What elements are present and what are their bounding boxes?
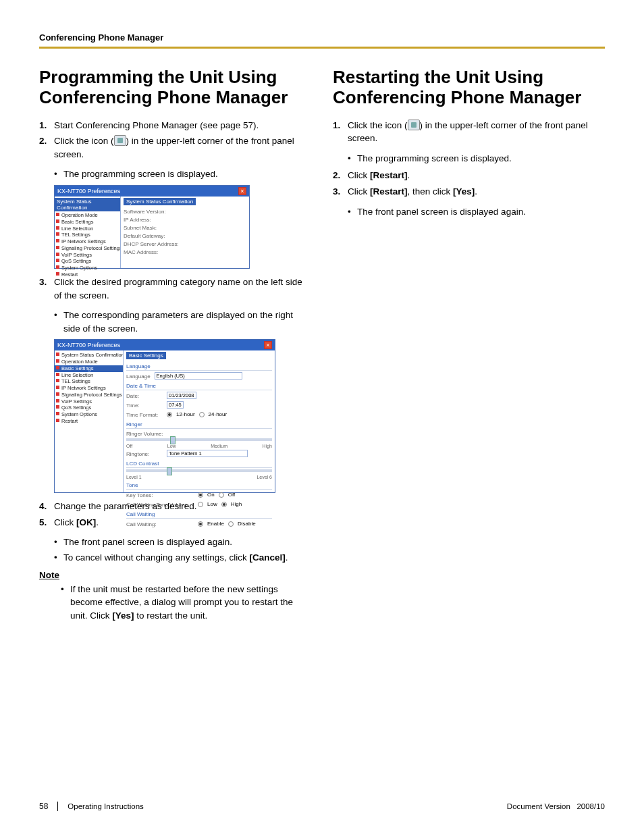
scale-label: High — [263, 444, 272, 448]
r-step-3: Click [Restart], then click [Yes]. — [348, 185, 605, 199]
yes-label: [Yes] — [112, 610, 134, 621]
step-2-pre: Click the icon ( — [54, 136, 114, 146]
radio-24hour — [199, 412, 205, 417]
tree-item: TEL Settings — [55, 232, 120, 238]
ok-label: [OK] — [76, 517, 96, 527]
restart-label: [Restart] — [370, 170, 408, 180]
label: Language — [126, 373, 151, 380]
shot1-label: MAC Address: — [124, 249, 246, 255]
shot2-title: KX-NT700 Preferences — [57, 342, 120, 348]
tree-item-selected: Basic Settings — [55, 365, 123, 372]
section-title-programming: Programming the Unit Using Conferencing … — [39, 68, 311, 108]
shot2-right-header: Basic Settings — [126, 352, 166, 359]
step-5: Click [OK]. — [54, 516, 311, 529]
ringer-volume-slider — [126, 438, 272, 441]
yes-label: [Yes] — [453, 186, 475, 197]
r-step-1: Click the icon () in the upper-left corn… — [348, 119, 605, 145]
close-icon: × — [238, 187, 246, 195]
group-language: Language — [126, 363, 272, 371]
radio-on — [198, 492, 203, 498]
tree-item: Restart — [55, 418, 123, 425]
screenshot-preferences-basic: KX-NT700 Preferences × System Status Con… — [54, 339, 275, 493]
tree-item: IP Network Settings — [55, 238, 120, 245]
tree-item: VoIP Settings — [55, 398, 123, 405]
tree-item: System Options — [55, 411, 123, 418]
label: On — [207, 492, 215, 498]
footer-divider — [57, 802, 58, 811]
restart-label: [Restart] — [370, 186, 408, 197]
label: Ringtone: — [126, 451, 163, 457]
shot1-label: Default Gateway: — [124, 233, 246, 239]
tree-item: VoIP Settings — [55, 252, 120, 259]
lcd-contrast-slider — [126, 469, 272, 472]
shot1-right-header: System Status Confirmation — [124, 198, 196, 205]
cancel-label: [Cancel] — [249, 552, 285, 563]
shot1-label: Subnet Mask: — [124, 225, 246, 231]
label: 12-hour — [176, 411, 195, 417]
label: Date: — [126, 393, 163, 399]
group-ringer: Ringer — [126, 421, 272, 429]
time-field: 07:45 — [167, 401, 184, 409]
group-lcd: LCD Contrast — [126, 461, 272, 468]
preferences-icon — [408, 120, 420, 130]
scale-label: Level 6 — [257, 475, 272, 479]
tree-item: Line Selection — [55, 372, 123, 379]
shot1-label: DHCP Server Address: — [124, 241, 246, 247]
tree-item: Signaling Protocol Settings — [55, 245, 120, 252]
text: to restart the unit. — [134, 610, 208, 621]
text: Click — [54, 517, 76, 527]
tree-item: System Status Confirmation — [55, 352, 123, 359]
text: Click the icon ( — [348, 120, 408, 130]
tree-item: System Options — [55, 265, 120, 271]
text: Click — [348, 170, 370, 180]
shot1-title: KX-NT700 Preferences — [57, 188, 120, 194]
shot1-label: IP Address: — [124, 217, 246, 223]
label: Ringer Volume: — [126, 431, 272, 437]
tree-item: QoS Settings — [55, 405, 123, 411]
text: . — [286, 552, 288, 563]
language-select: English (US) — [155, 372, 242, 380]
page-footer: 58 Operating Instructions Document Versi… — [39, 802, 605, 811]
preferences-icon — [114, 135, 126, 146]
tree-item: Line Selection — [55, 226, 120, 232]
step-1: Start Conferencing Phone Manager (see pa… — [54, 119, 311, 132]
tree-item: Operation Mode — [55, 359, 123, 365]
shot1-label: Software Version: — [124, 209, 246, 215]
doc-title: Operating Instructions — [68, 802, 144, 810]
shot1-tree-header: System Status Confirmation — [55, 198, 120, 211]
text: . — [408, 170, 410, 180]
scale-label: Low — [167, 444, 176, 448]
step-2-bullet: The programming screen is displayed. — [54, 167, 311, 181]
tree-item: QoS Settings — [55, 258, 120, 265]
right-column: Restarting the Unit Using Conferencing P… — [333, 68, 605, 626]
step-5-bullet-1: The front panel screen is displayed agai… — [54, 536, 311, 549]
tree-item: Restart — [55, 271, 120, 278]
label: 24-hour — [209, 411, 227, 417]
text: . — [96, 517, 99, 527]
note-heading: Note — [39, 570, 311, 580]
scale-label: Medium — [211, 444, 227, 448]
label: Time: — [126, 402, 163, 409]
section-title-restarting: Restarting the Unit Using Conferencing P… — [333, 68, 605, 108]
radio-12hour — [167, 412, 172, 417]
step-5-bullet-2: To cancel without changing any settings,… — [54, 551, 311, 565]
step-2: Click the icon () in the upper-left corn… — [54, 134, 311, 161]
doc-version-label: Document Version — [507, 802, 570, 810]
label: Off — [228, 492, 236, 498]
header-rule — [39, 47, 605, 49]
r-step-3-bullet: The front panel screen is displayed agai… — [348, 205, 605, 219]
step-4: Change the parameters as desired. — [54, 500, 311, 513]
text: To cancel without changing any settings,… — [63, 552, 249, 563]
tree-item: Signaling Protocol Settings — [55, 392, 123, 398]
tree-item: Basic Settings — [55, 219, 120, 226]
date-field: 01/23/2008 — [167, 392, 196, 399]
doc-version-value: 2008/10 — [576, 802, 605, 810]
page-number: 58 — [39, 802, 48, 811]
group-datetime: Date & Time — [126, 383, 272, 390]
running-header: Conferencing Phone Manager — [39, 32, 605, 43]
label: Key Tones: — [126, 492, 194, 498]
tree-item: IP Network Settings — [55, 385, 123, 392]
ringtone-select: Tone Pattern 1 — [167, 450, 248, 457]
scale-label: Off — [126, 444, 132, 448]
tree-item: Operation Mode — [55, 212, 120, 219]
